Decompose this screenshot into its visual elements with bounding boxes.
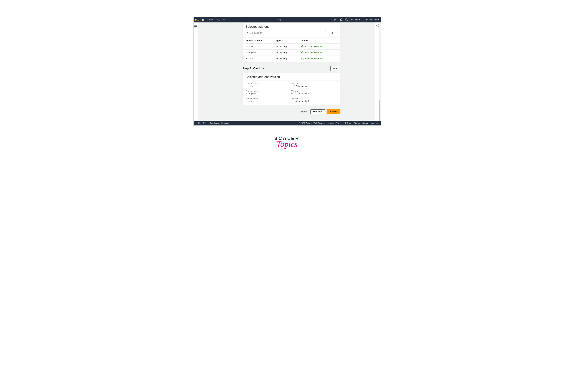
nav-search[interactable]: [Alt+S] <box>216 18 282 22</box>
pager-next-icon[interactable]: 〉 <box>335 31 337 34</box>
version-row: Add-on name kube-proxy Version v1.27.1-e… <box>243 88 340 96</box>
user-label: demo_manual <box>364 19 377 21</box>
svg-line-11 <box>219 20 220 21</box>
version-label: Version <box>291 83 337 85</box>
versions-body: Add-on name vpc-cni Version v1.12.6-eksb… <box>243 81 340 105</box>
cell-status: ✓ Installed by default <box>301 45 337 48</box>
addons-table-header: Add-on name Type Status <box>243 37 340 43</box>
version-label: Version <box>291 98 337 100</box>
main-column: Selected add-ons 〈 1 〉 <box>198 22 375 121</box>
pager-current-page: 1 <box>332 32 333 34</box>
cell-addon-name: coredns <box>246 45 276 48</box>
nav-search-input[interactable] <box>221 19 268 21</box>
version-value: v1.12.6-eksbuild.2 <box>291 85 337 87</box>
version-name-value: vpc-cni <box>246 85 291 87</box>
previous-button[interactable]: Previous <box>310 109 325 114</box>
check-circle-icon: ✓ <box>301 51 304 54</box>
services-label: Services <box>205 19 213 21</box>
svg-rect-3 <box>204 19 205 19</box>
language-link[interactable]: Language <box>222 122 230 124</box>
scaler-topics-logo: SCALER Topics <box>193 136 381 149</box>
search-icon <box>247 32 249 34</box>
cloudshell-label: CloudShell <box>198 122 207 124</box>
version-row: Add-on name coredns Version v1.10.1-eksb… <box>243 96 340 105</box>
side-collapse-column <box>194 22 198 121</box>
svg-rect-5 <box>203 20 204 20</box>
cookie-link[interactable]: Cookie preferences <box>362 122 379 124</box>
scaler-logo-line2: Topics <box>193 140 381 149</box>
svg-rect-8 <box>203 20 204 21</box>
check-circle-icon: ✓ <box>301 58 304 60</box>
bottom-bar: >_ CloudShell Feedback Language © 2023, … <box>194 121 381 125</box>
addons-pager: 〈 1 〉 <box>328 31 337 34</box>
addons-table: Add-on name Type Status <box>243 37 340 62</box>
terms-link[interactable]: Terms <box>354 122 359 124</box>
scrollbar-thumb[interactable] <box>379 101 380 121</box>
cell-status: ✓ Installed by default <box>301 51 337 54</box>
selected-addons-title: Selected add-ons <box>243 23 340 30</box>
version-name-label: Add-on name <box>246 98 291 100</box>
caret-down-icon <box>378 20 379 20</box>
svg-text:aws: aws <box>195 18 197 20</box>
services-menu[interactable]: Services <box>200 17 215 22</box>
caret-down-icon <box>359 20 360 20</box>
svg-point-15 <box>347 20 347 21</box>
table-row: vpc-cni networking ✓ Installed by defaul… <box>243 56 340 62</box>
svg-point-16 <box>247 32 249 33</box>
user-menu[interactable]: demo_manual <box>362 17 380 22</box>
table-row: coredns networking ✓ Installed by defaul… <box>243 43 340 49</box>
step5-title: Step 5: Versions <box>243 67 265 70</box>
svg-rect-4 <box>202 20 203 20</box>
top-nav: aws Services [Alt+S] <box>194 17 381 22</box>
col-addon-name[interactable]: Add-on name <box>246 39 276 42</box>
svg-rect-12 <box>335 19 337 21</box>
col-status-label: Status <box>301 39 308 42</box>
addons-find-input-wrap[interactable] <box>246 30 326 35</box>
version-label: Version <box>291 90 337 92</box>
notifications-icon[interactable] <box>339 17 344 22</box>
pager-prev-icon[interactable]: 〈 <box>328 31 330 34</box>
create-button[interactable]: Create <box>327 109 340 114</box>
svg-rect-1 <box>202 19 203 19</box>
region-selector[interactable]: Mumbai <box>349 17 362 22</box>
version-name-value: coredns <box>246 100 291 103</box>
versions-title: Selected add-ons version <box>243 73 340 81</box>
addons-find-input[interactable] <box>250 32 324 34</box>
feedback-link[interactable]: Feedback <box>210 122 219 124</box>
versions-card: Selected add-ons version Add-on name vpc… <box>243 73 340 105</box>
cloudshell-link[interactable]: >_ CloudShell <box>195 122 207 124</box>
svg-line-17 <box>249 33 249 34</box>
aws-console-window: aws Services [Alt+S] <box>193 17 381 125</box>
table-row: kube-proxy networking ✓ Installed by def… <box>243 49 340 56</box>
help-icon[interactable] <box>344 17 349 22</box>
cell-addon-name: kube-proxy <box>246 51 276 54</box>
col-addon-name-label: Add-on name <box>246 39 260 42</box>
svg-point-10 <box>218 19 219 20</box>
cell-addon-name: vpc-cni <box>246 57 276 60</box>
selected-addons-card: Selected add-ons 〈 1 〉 <box>243 22 340 62</box>
addons-toolbar: 〈 1 〉 <box>243 30 340 37</box>
sort-asc-icon <box>261 40 263 41</box>
svg-rect-2 <box>203 19 204 19</box>
col-type-label: Type <box>276 39 281 42</box>
edit-button[interactable]: Edit <box>330 66 340 71</box>
scrollbar-track[interactable] <box>379 22 381 121</box>
cell-type: networking <box>276 51 301 54</box>
cloudshell-nav-icon[interactable] <box>333 17 339 22</box>
menu-toggle-icon[interactable] <box>194 24 197 27</box>
grid-icon <box>202 19 205 21</box>
cancel-button[interactable]: Cancel <box>297 109 309 114</box>
svg-rect-7 <box>202 20 203 21</box>
privacy-link[interactable]: Privacy <box>345 122 352 124</box>
cell-status: ✓ Installed by default <box>301 57 337 60</box>
aws-logo[interactable]: aws <box>194 17 200 22</box>
version-name-value: kube-proxy <box>246 92 291 95</box>
check-circle-icon: ✓ <box>301 45 304 48</box>
status-text: Installed by default <box>305 57 323 60</box>
nav-search-shortcut: [Alt+S] <box>275 19 281 21</box>
version-value: v1.10.1-eksbuild.1 <box>291 100 337 103</box>
col-type[interactable]: Type <box>276 39 301 42</box>
version-name-label: Add-on name <box>246 90 291 92</box>
status-text: Installed by default <box>305 51 323 54</box>
wizard-footer-actions: Cancel Previous Create <box>243 109 340 114</box>
